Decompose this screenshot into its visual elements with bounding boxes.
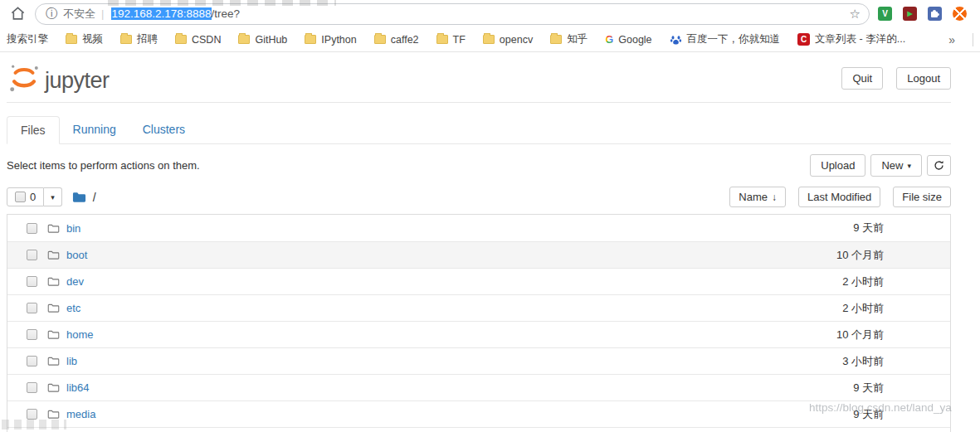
file-link[interactable]: etc (66, 302, 80, 314)
file-link[interactable]: lib64 (66, 381, 89, 394)
quit-button[interactable]: Quit (841, 67, 883, 90)
sort-buttons: Name↓ Last Modified File size (729, 187, 951, 207)
folder-icon (374, 35, 386, 44)
bookmark-item[interactable]: GGoogle (605, 33, 651, 46)
folder-icon (47, 329, 60, 340)
bookmarks-overflow-chevron[interactable]: » (948, 33, 955, 46)
bookmark-star-icon[interactable]: ☆ (850, 7, 861, 22)
jupyter-logo[interactable]: jupyter (7, 61, 110, 95)
folder-icon (47, 223, 60, 234)
breadcrumb-path[interactable]: / (93, 191, 96, 204)
info-icon[interactable]: ⓘ (46, 7, 57, 22)
tab-files[interactable]: Files (7, 116, 60, 144)
file-link[interactable]: dev (66, 275, 84, 288)
refresh-icon (934, 160, 944, 171)
bookmark-item[interactable]: 知乎 (550, 32, 588, 46)
row-checkbox[interactable] (27, 356, 37, 366)
bookmark-item[interactable]: caffe2 (374, 34, 419, 46)
row-checkbox[interactable] (27, 250, 37, 260)
jupyter-header: jupyter Quit Logout (7, 52, 951, 103)
tab-running[interactable]: Running (60, 116, 129, 144)
folder-icon (47, 250, 60, 260)
csdn-favicon: C (797, 33, 810, 46)
folder-icon (47, 276, 60, 287)
sort-name-button[interactable]: Name↓ (729, 187, 786, 207)
address-bar[interactable]: ⓘ 不安全 | 192.168.2.178:8888/tree? ☆ (35, 3, 870, 25)
extension-orange-icon[interactable] (953, 7, 967, 21)
folder-icon (238, 35, 250, 44)
bookmark-item[interactable]: C文章列表 - 李洋的... (797, 32, 905, 46)
select-all-button[interactable]: 0 (7, 187, 44, 206)
folder-icon (120, 35, 132, 44)
refresh-button[interactable] (927, 155, 951, 176)
bookmark-item[interactable]: 招聘 (120, 32, 158, 46)
chevron-down-icon: ▾ (51, 193, 55, 201)
table-row: media 9 天前 (7, 400, 950, 427)
bookmark-item[interactable]: TF (436, 34, 466, 46)
select-all-group: 0 ▾ (7, 187, 62, 206)
bookmark-item[interactable]: 百度一下，你就知道 (670, 32, 781, 46)
sort-size-button[interactable]: File size (893, 187, 951, 207)
row-checkbox[interactable] (27, 276, 37, 287)
file-modified: 3 小时前 (842, 354, 950, 369)
sort-modified-button[interactable]: Last Modified (798, 187, 880, 207)
select-hint-text: Select items to perform actions on them. (7, 159, 200, 172)
row-checkbox[interactable] (27, 303, 37, 313)
tab-clusters[interactable]: Clusters (129, 116, 198, 144)
file-modified: 10 个月前 (836, 328, 950, 342)
bookmark-item[interactable]: 视频 (66, 32, 103, 46)
file-modified: 9 天前 (853, 221, 950, 235)
row-checkbox[interactable] (27, 409, 37, 420)
table-row: etc 2 小时前 (7, 294, 950, 321)
security-label: 不安全 (63, 7, 95, 22)
bookmark-item[interactable]: IPython (305, 34, 356, 46)
bookmarks-divider (973, 33, 973, 46)
url-path-text: /tree? (212, 7, 241, 20)
folder-icon (47, 303, 60, 313)
extension-v-icon[interactable]: V (878, 7, 892, 21)
arrow-down-icon: ↓ (772, 192, 777, 203)
action-row: Select items to perform actions on them.… (7, 144, 951, 185)
table-row: boot 10 个月前 (7, 241, 950, 268)
url-text[interactable]: 192.168.2.178:8888/tree? (110, 7, 241, 21)
url-separator: | (101, 7, 104, 20)
file-link[interactable]: boot (66, 249, 87, 261)
table-row: mnt 2 小时前 (7, 427, 950, 432)
row-checkbox[interactable] (27, 382, 37, 393)
row-checkbox[interactable] (27, 329, 37, 340)
bookmark-item[interactable]: CSDN (175, 34, 221, 46)
file-modified: 9 天前 (853, 381, 950, 396)
file-link[interactable]: media (66, 408, 95, 420)
folder-icon (47, 382, 60, 393)
list-toolbar: 0 ▾ / Name↓ Last Modified File size (7, 185, 951, 212)
extension-downloader-icon[interactable]: ▶ (903, 7, 917, 21)
file-list: bin 9 天前 boot 10 个月前 dev 2 小时前 etc 2 小时前… (7, 214, 951, 432)
url-selected-text: 192.168.2.178:8888 (111, 7, 211, 20)
folder-icon (305, 35, 316, 44)
folder-icon (72, 192, 86, 203)
header-buttons: Quit Logout (841, 67, 951, 90)
select-all-checkbox[interactable] (15, 192, 26, 202)
upload-button[interactable]: Upload (810, 154, 865, 177)
file-link[interactable]: home (66, 328, 94, 341)
folder-icon (66, 35, 77, 44)
row-checkbox[interactable] (27, 223, 37, 234)
logout-button[interactable]: Logout (896, 67, 951, 90)
bookmark-item[interactable]: 搜索引擎 (7, 32, 48, 46)
file-link[interactable]: bin (66, 222, 80, 235)
select-dropdown-button[interactable]: ▾ (44, 187, 62, 206)
baidu-favicon (670, 34, 682, 46)
bookmark-item[interactable]: opencv (483, 34, 533, 46)
browser-toolbar: ⓘ 不安全 | 192.168.2.178:8888/tree? ☆ V ▶ (0, 0, 980, 27)
table-row: dev 2 小时前 (7, 268, 950, 294)
home-icon[interactable] (8, 5, 27, 23)
new-dropdown-button[interactable]: New▾ (870, 154, 922, 177)
jupyter-logo-text: jupyter (45, 70, 110, 95)
google-favicon: G (605, 33, 613, 46)
file-link[interactable]: lib (66, 355, 77, 367)
breadcrumb: / (72, 191, 96, 204)
folder-icon (483, 35, 495, 44)
bookmark-item[interactable]: GitHub (238, 34, 287, 46)
file-modified: 2 小时前 (842, 274, 950, 289)
extension-puzzle-icon[interactable] (928, 7, 942, 21)
